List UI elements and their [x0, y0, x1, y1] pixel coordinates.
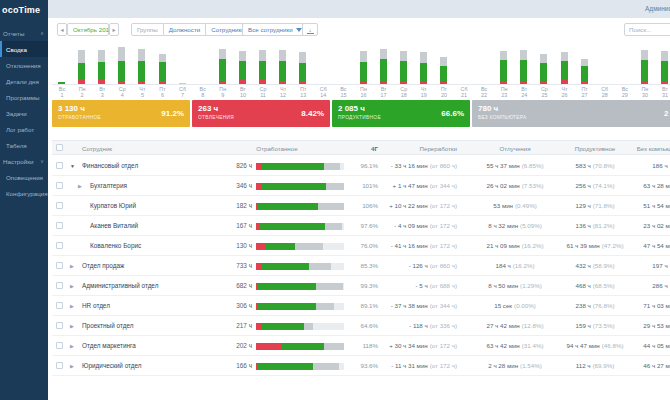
- col-norm[interactable]: 4Г: [350, 145, 378, 152]
- row-checkbox[interactable]: [56, 322, 63, 329]
- expander-icon[interactable]: ▶: [70, 303, 74, 309]
- chart-day[interactable]: Сб28: [595, 40, 615, 98]
- table-row[interactable]: ▶Административный отдел682 ч99.3%- 5 ч(о…: [52, 276, 670, 296]
- chart-day[interactable]: Пт6: [153, 40, 173, 98]
- chart-day[interactable]: Вт17: [374, 40, 394, 98]
- chart-day[interactable]: Вт3: [92, 40, 112, 98]
- chart-day[interactable]: Пн9: [213, 40, 233, 98]
- sidebar-item[interactable]: Оповещения: [0, 169, 48, 185]
- expander-icon[interactable]: ▶: [70, 263, 74, 269]
- row-checkbox[interactable]: [56, 282, 63, 289]
- chart-day-bar: [400, 40, 407, 84]
- worked-bar-green: [260, 223, 325, 230]
- table-row[interactable]: ▶Проектный отдел217 ч64.6%- 118 ч(от 336…: [52, 316, 670, 336]
- chart-day[interactable]: Вс29: [615, 40, 635, 98]
- no-computer-value: 197 ч: [616, 262, 670, 269]
- chart-day[interactable]: Ср11: [253, 40, 273, 98]
- row-checkbox[interactable]: [56, 222, 63, 229]
- table-row[interactable]: Курпатов Юрий182 ч106%+ 10 ч 22 мин(от 1…: [52, 196, 670, 216]
- col-no-computer[interactable]: Без компьютера: [616, 145, 670, 152]
- current-user[interactable]: Администратор: [645, 5, 670, 12]
- sidebar-item[interactable]: Лог работ: [0, 121, 48, 137]
- row-checkbox[interactable]: [56, 162, 63, 169]
- chart-day[interactable]: Чт12: [273, 40, 293, 98]
- sidebar-item[interactable]: Конфигурация: [0, 185, 48, 201]
- table-row[interactable]: ▶Отдел маркетинга202 ч118%+ 30 ч 34 мин(…: [52, 336, 670, 356]
- chart-day[interactable]: Вс8: [193, 40, 213, 98]
- sidebar-item[interactable]: Отчеты∧: [0, 25, 48, 41]
- row-checkbox[interactable]: [56, 362, 63, 369]
- chart-day[interactable]: Ср4: [112, 40, 132, 98]
- no-computer-value-main: 51 ч 54 мин: [643, 202, 670, 209]
- sidebar-item[interactable]: Задачи: [0, 105, 48, 121]
- chart-day[interactable]: Чт5: [132, 40, 152, 98]
- prev-month-button[interactable]: ◂: [57, 23, 67, 36]
- sidebar-item-label: Табеля: [6, 142, 27, 149]
- sidebar-item[interactable]: Табеля: [0, 137, 48, 153]
- chart-day[interactable]: Пт13: [293, 40, 313, 98]
- search-input[interactable]: [624, 23, 670, 36]
- sidebar-item[interactable]: Настройки∨: [0, 153, 48, 169]
- chart-day[interactable]: Сб21: [454, 40, 474, 98]
- sidebar-item[interactable]: Программы: [0, 89, 48, 105]
- away-value-detail: (7.53%): [522, 182, 544, 189]
- chart-day[interactable]: Чт26: [555, 40, 575, 98]
- col-away[interactable]: Отлучения: [480, 145, 550, 152]
- away-value-main: 8 ч 50 мин: [488, 282, 518, 289]
- expander-icon[interactable]: ▶: [70, 363, 74, 369]
- row-checkbox[interactable]: [56, 342, 63, 349]
- chart-day[interactable]: Вс15: [333, 40, 353, 98]
- chart-day[interactable]: Вт24: [514, 40, 534, 98]
- chart-day[interactable]: Ср18: [394, 40, 414, 98]
- expander-icon[interactable]: ▶: [70, 343, 74, 349]
- col-employee[interactable]: Сотрудник: [82, 145, 112, 152]
- worked-bar-green: [262, 263, 309, 270]
- chart-day[interactable]: Вт31: [655, 40, 670, 98]
- col-overwork[interactable]: Переработки: [387, 145, 457, 152]
- month-selector[interactable]: Октябрь 2017: [67, 23, 109, 36]
- chart-day[interactable]: Вс22: [474, 40, 494, 98]
- chart-day[interactable]: Чт19: [414, 40, 434, 98]
- chart-day[interactable]: Пт20: [434, 40, 454, 98]
- table-row[interactable]: ▼Финансовый отдел826 ч96.1%- 33 ч 16 мин…: [52, 156, 670, 176]
- sidebar-item[interactable]: Отклонения: [0, 57, 48, 73]
- chart-day[interactable]: Ср25: [534, 40, 554, 98]
- chart-day[interactable]: Пн23: [494, 40, 514, 98]
- chart-day[interactable]: Пн30: [635, 40, 655, 98]
- tab-button[interactable]: Группы: [131, 23, 164, 36]
- sidebar-item[interactable]: Детали дня: [0, 73, 48, 89]
- table-row[interactable]: Коваленко Борис130 ч76.0%- 41 ч 16 мин(о…: [52, 236, 670, 256]
- chart-day[interactable]: Сб7: [173, 40, 193, 98]
- row-checkbox[interactable]: [56, 182, 63, 189]
- chart-day[interactable]: Сб14: [313, 40, 333, 98]
- productive-value-main: 583 ч: [576, 162, 591, 169]
- chart-day[interactable]: Пн2: [72, 40, 92, 98]
- expander-icon[interactable]: ▶: [78, 183, 82, 189]
- chart-day[interactable]: Вс1: [52, 40, 72, 98]
- chart-day[interactable]: Пн16: [354, 40, 374, 98]
- chart-day[interactable]: Вт10: [233, 40, 253, 98]
- row-checkbox[interactable]: [56, 242, 63, 249]
- next-month-button[interactable]: ▸: [109, 23, 119, 36]
- table-row[interactable]: ▶Бухгалтерия346 ч101%+ 1 ч 47 мин(от 344…: [52, 176, 670, 196]
- expander-icon[interactable]: ▶: [70, 283, 74, 289]
- table-row[interactable]: ▶Отдел продаж733 ч85.3%- 126 ч(от 860 ч)…: [52, 256, 670, 276]
- chart-day[interactable]: Пт27: [575, 40, 595, 98]
- table-row[interactable]: ▶HR отдел306 ч89.1%- 37 ч 38 мин(от 344 …: [52, 296, 670, 316]
- row-checkbox[interactable]: [56, 302, 63, 309]
- employee-filter-dropdown[interactable]: Все сотрудники: [242, 23, 308, 36]
- row-checkbox[interactable]: [56, 202, 63, 209]
- col-worked[interactable]: Отработанное: [212, 145, 342, 152]
- expander-icon[interactable]: ▼: [70, 163, 75, 169]
- no-computer-value: 51 ч 54 мин: [616, 202, 670, 209]
- sidebar-item[interactable]: Сводка: [0, 41, 48, 57]
- table-row[interactable]: Аканев Виталий167 ч97.6%- 4 ч 09 мин(от …: [52, 216, 670, 236]
- away-value: 63 ч 42 мин(31.4%): [480, 342, 550, 349]
- overwork-value-detail: (от 172 ч): [430, 202, 457, 209]
- row-checkbox[interactable]: [56, 262, 63, 269]
- tab-button[interactable]: Должности: [164, 23, 207, 36]
- table-row[interactable]: ▶Юридический отдел166 ч93.6%- 11 ч 31 ми…: [52, 356, 670, 376]
- select-all-checkbox[interactable]: [56, 144, 63, 151]
- expander-icon[interactable]: ▶: [70, 323, 74, 329]
- download-button[interactable]: ↓: [302, 23, 318, 36]
